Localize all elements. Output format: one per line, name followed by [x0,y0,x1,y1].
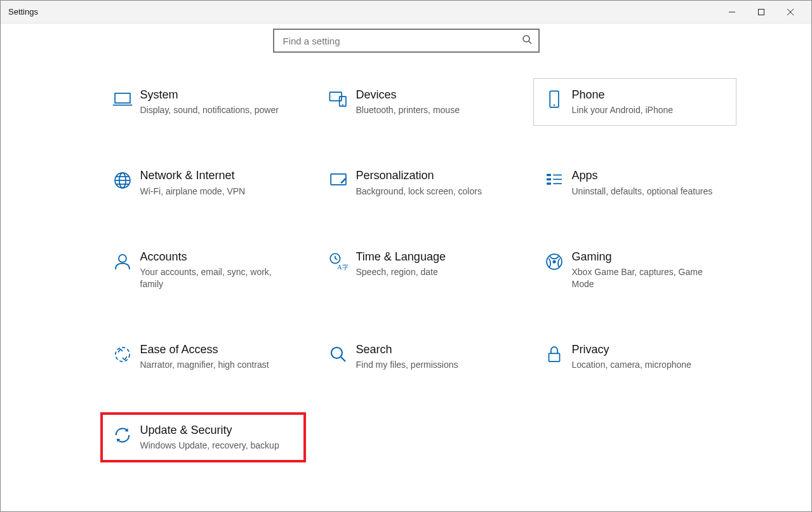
card-desc: Find my files, permissions [356,359,509,371]
svg-rect-33 [759,9,764,15]
search-box[interactable] [273,29,540,53]
card-desc: Narrator, magnifier, high contrast [140,359,293,371]
search-input[interactable] [282,35,522,47]
globe-icon [105,168,140,191]
minimize-button[interactable] [717,1,747,24]
devices-icon [321,88,356,111]
card-title: Personalization [356,168,509,183]
personal-icon [321,168,356,191]
card-desc: Background, lock screen, colors [356,185,509,198]
card-desc: Wi-Fi, airplane mode, VPN [140,185,293,198]
settings-card-system[interactable]: SystemDisplay, sound, notifications, pow… [102,78,305,126]
close-button[interactable] [776,1,805,24]
card-desc: Xbox Game Bar, captures, Game Mode [572,266,724,290]
settings-card-privacy[interactable]: PrivacyLocation, camera, microphone [533,333,736,381]
card-desc: Uninstall, defaults, optional features [572,185,724,198]
settings-card-ease[interactable]: Ease of AccessNarrator, magnifier, high … [102,333,305,381]
phone-icon [536,88,572,111]
settings-card-network[interactable]: Network & InternetWi-Fi, airplane mode, … [102,159,305,206]
card-desc: Speech, region, date [356,266,509,278]
ease-icon [105,342,140,365]
card-title: System [140,88,293,102]
card-desc: Bluetooth, printers, mouse [356,104,509,116]
laptop-icon [105,88,140,111]
window-controls [717,1,805,24]
card-desc: Link your Android, iPhone [572,104,724,116]
card-title: Gaming [572,250,724,264]
time-icon [321,250,356,273]
settings-card-accounts[interactable]: AccountsYour accounts, email, sync, work… [102,240,305,300]
settings-card-gaming[interactable]: GamingXbox Game Bar, captures, Game Mode [533,240,736,300]
settings-card-phone[interactable]: PhoneLink your Android, iPhone [533,78,736,126]
update-icon [105,423,140,446]
card-title: Phone [572,88,724,102]
card-title: Privacy [572,342,724,357]
lock-icon [536,342,572,365]
card-title: Search [356,342,509,357]
magnify-icon [321,342,356,365]
card-title: Update & Security [140,423,293,438]
card-title: Ease of Access [140,342,293,357]
card-desc: Windows Update, recovery, backup [140,440,293,452]
settings-card-search[interactable]: SearchFind my files, permissions [317,333,521,381]
titlebar: Settings [1,1,811,24]
card-title: Time & Language [356,250,509,264]
card-desc: Location, camera, microphone [572,359,724,371]
card-title: Accounts [140,250,293,264]
search-icon [522,34,532,47]
card-title: Apps [572,168,724,183]
gaming-icon [536,250,572,273]
maximize-button[interactable] [747,1,776,24]
settings-grid: SystemDisplay, sound, notifications, pow… [89,78,724,461]
window-title: Settings [8,7,38,17]
settings-card-update[interactable]: Update & SecurityWindows Update, recover… [102,414,305,461]
card-title: Devices [356,88,509,102]
settings-card-devices[interactable]: DevicesBluetooth, printers, mouse [317,78,521,126]
settings-card-time[interactable]: Time & LanguageSpeech, region, date [317,240,521,300]
settings-card-apps[interactable]: AppsUninstall, defaults, optional featur… [533,159,736,206]
card-desc: Your accounts, email, sync, work, family [140,266,293,290]
account-icon [105,250,140,273]
settings-card-personal[interactable]: PersonalizationBackground, lock screen, … [317,159,521,206]
card-desc: Display, sound, notifications, power [140,104,293,116]
card-title: Network & Internet [140,168,293,183]
apps-icon [536,168,572,191]
